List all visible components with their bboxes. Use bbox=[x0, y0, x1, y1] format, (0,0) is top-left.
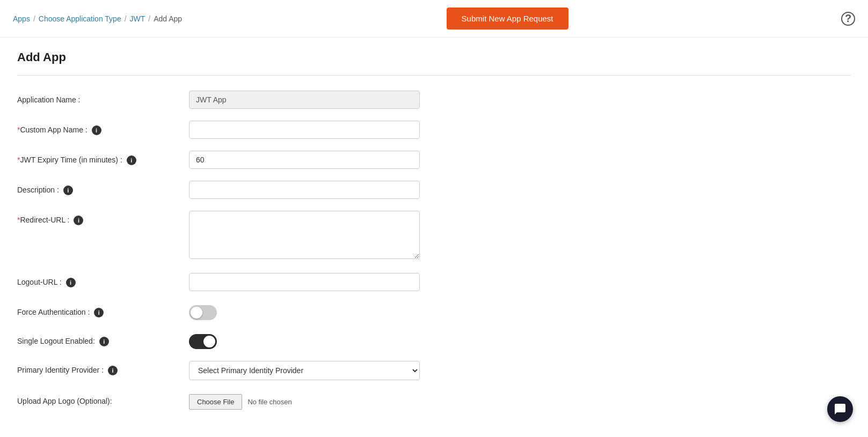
breadcrumb: Apps / Choose Application Type / JWT / A… bbox=[13, 14, 182, 23]
description-wrap bbox=[189, 181, 608, 199]
breadcrumb-apps[interactable]: Apps bbox=[13, 14, 30, 23]
custom-app-name-label: *Custom App Name : i bbox=[17, 121, 189, 135]
choose-file-button[interactable]: Choose File bbox=[189, 394, 242, 410]
help-icon[interactable]: ? bbox=[841, 12, 855, 26]
jwt-expiry-wrap bbox=[189, 151, 608, 169]
top-bar: Apps / Choose Application Type / JWT / A… bbox=[0, 0, 868, 38]
application-name-label: Application Name : bbox=[17, 91, 189, 104]
logout-url-wrap bbox=[189, 273, 608, 291]
chat-fab-button[interactable] bbox=[827, 396, 853, 422]
primary-idp-label: Primary Identity Provider : i bbox=[17, 361, 189, 375]
jwt-expiry-label: *JWT Expiry Time (in minutes) : i bbox=[17, 151, 189, 165]
breadcrumb-jwt[interactable]: JWT bbox=[130, 14, 145, 23]
description-info-icon[interactable]: i bbox=[63, 186, 73, 195]
breadcrumb-add-app: Add App bbox=[154, 14, 182, 23]
no-file-chosen-text: No file chosen bbox=[247, 398, 291, 406]
description-row: Description : i bbox=[17, 181, 608, 199]
force-auth-label: Force Authentication : i bbox=[17, 303, 189, 317]
single-logout-info-icon[interactable]: i bbox=[99, 337, 109, 346]
force-auth-slider bbox=[189, 305, 217, 320]
logout-url-label: Logout-URL : i bbox=[17, 273, 189, 287]
primary-idp-info-icon[interactable]: i bbox=[108, 366, 118, 375]
custom-app-name-wrap bbox=[189, 121, 608, 139]
single-logout-row: Single Logout Enabled: i bbox=[17, 332, 608, 349]
section-divider bbox=[17, 75, 851, 76]
redirect-url-label: *Redirect-URL : i bbox=[17, 211, 189, 225]
jwt-expiry-input[interactable] bbox=[189, 151, 420, 169]
breadcrumb-choose-app-type[interactable]: Choose Application Type bbox=[39, 14, 121, 23]
form-section: Application Name : *Custom App Name : i … bbox=[17, 91, 608, 410]
force-auth-row: Force Authentication : i bbox=[17, 303, 608, 320]
upload-logo-row: Upload App Logo (Optional): Choose File … bbox=[17, 392, 608, 410]
custom-app-name-input[interactable] bbox=[189, 121, 420, 139]
chat-icon bbox=[834, 403, 847, 416]
upload-logo-wrap: Choose File No file chosen bbox=[189, 392, 608, 410]
jwt-expiry-info-icon[interactable]: i bbox=[127, 155, 136, 165]
single-logout-toggle-wrap bbox=[189, 332, 608, 349]
custom-app-name-info-icon[interactable]: i bbox=[92, 125, 101, 135]
force-auth-info-icon[interactable]: i bbox=[94, 308, 104, 317]
content: Add App Application Name : *Custom App N… bbox=[0, 38, 868, 434]
breadcrumb-sep-2: / bbox=[125, 14, 127, 23]
single-logout-slider bbox=[189, 334, 217, 349]
single-logout-label: Single Logout Enabled: i bbox=[17, 332, 189, 346]
submit-new-app-request-button[interactable]: Submit New App Request bbox=[447, 8, 568, 29]
logout-url-row: Logout-URL : i bbox=[17, 273, 608, 291]
jwt-expiry-row: *JWT Expiry Time (in minutes) : i bbox=[17, 151, 608, 169]
breadcrumb-sep-1: / bbox=[33, 14, 35, 23]
page-wrapper: Apps / Choose Application Type / JWT / A… bbox=[0, 0, 868, 437]
single-logout-toggle[interactable] bbox=[189, 334, 217, 349]
redirect-url-wrap bbox=[189, 211, 608, 261]
primary-idp-row: Primary Identity Provider : i Select Pri… bbox=[17, 361, 608, 380]
page-title: Add App bbox=[17, 50, 851, 64]
description-input[interactable] bbox=[189, 181, 420, 199]
redirect-url-info-icon[interactable]: i bbox=[74, 216, 83, 225]
description-label: Description : i bbox=[17, 181, 189, 195]
force-auth-toggle[interactable] bbox=[189, 305, 217, 320]
redirect-url-row: *Redirect-URL : i bbox=[17, 211, 608, 261]
force-auth-toggle-wrap bbox=[189, 303, 608, 320]
application-name-row: Application Name : bbox=[17, 91, 608, 109]
custom-app-name-row: *Custom App Name : i bbox=[17, 121, 608, 139]
primary-idp-select[interactable]: Select Primary Identity Provider bbox=[189, 361, 420, 380]
logout-url-info-icon[interactable]: i bbox=[66, 278, 76, 287]
primary-idp-wrap: Select Primary Identity Provider bbox=[189, 361, 608, 380]
application-name-input[interactable] bbox=[189, 91, 420, 109]
breadcrumb-sep-3: / bbox=[148, 14, 150, 23]
upload-logo-label: Upload App Logo (Optional): bbox=[17, 392, 189, 405]
application-name-wrap bbox=[189, 91, 608, 109]
redirect-url-textarea[interactable] bbox=[189, 211, 420, 259]
logout-url-input[interactable] bbox=[189, 273, 420, 291]
